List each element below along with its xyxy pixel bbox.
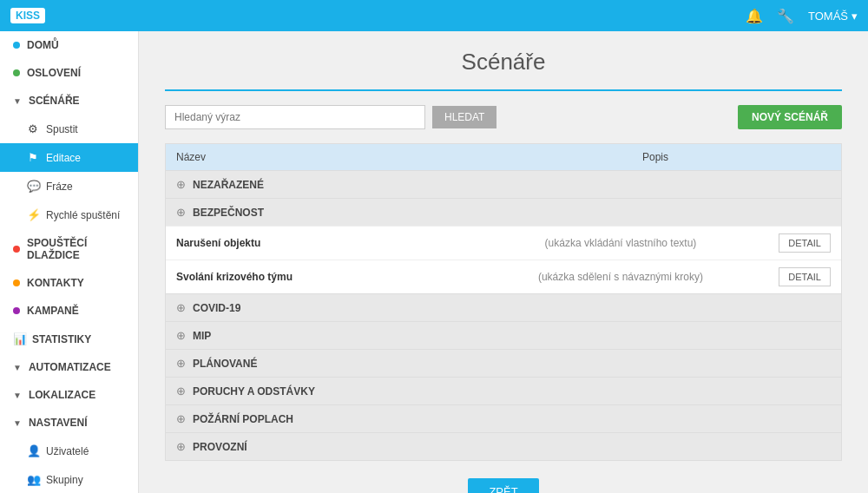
layout: DOMŮ OSLOVENÍ ▼ SCÉNÁŘE ⚙ Spustit ⚑ Edit… [0, 31, 868, 493]
sidebar-item-scenare-label: SCÉNÁŘE [29, 95, 80, 107]
detail-button-naruseni[interactable]: DETAIL [779, 233, 831, 253]
scenare-arrow-icon: ▼ [13, 96, 22, 106]
bolt-icon: ⚡ [27, 208, 39, 221]
bar-chart-icon: 📊 [13, 332, 25, 345]
users-icon: 👥 [27, 473, 39, 486]
category-label-pozarni: POŽÁRNÍ POPLACH [193, 413, 293, 425]
sidebar-item-rychle-spusteni[interactable]: ⚡ Rychlé spuštění [0, 200, 138, 229]
bell-icon[interactable]: 🔔 [746, 8, 763, 24]
sidebar-item-spustit-label: Spustit [46, 123, 78, 135]
row-desc-naruseni: (ukázka vkládání vlastního textu) [480, 237, 761, 249]
user-menu[interactable]: TOMÁŠ ▾ [808, 10, 858, 23]
sidebar-item-editace[interactable]: ⚑ Editace [0, 143, 138, 172]
category-covid19[interactable]: ⊕ COVID-19 [166, 293, 841, 321]
category-poruchy[interactable]: ⊕ PORUCHY A ODSTÁVKY [166, 377, 841, 404]
sidebar-collapse-handle[interactable] [138, 262, 139, 288]
sidebar-item-nastaveni-label: NASTAVENÍ [29, 417, 88, 429]
row-name-svolani: Svolání krizového týmu [176, 271, 480, 283]
sidebar-item-fraze-label: Fráze [46, 181, 73, 193]
category-icon-provozni: ⊕ [176, 440, 186, 453]
col-header-name: Název [176, 151, 480, 163]
category-icon-bezpecnost: ⊕ [176, 206, 186, 219]
sidebar-item-kontakty-label: KONTAKTY [27, 277, 84, 289]
row-action-svolani: DETAIL [761, 267, 831, 286]
topbar: KISS 🔔 🔧 TOMÁŠ ▾ [0, 0, 868, 31]
category-label-bezpecnost: BEZPEČNOST [193, 207, 264, 219]
row-name-naruseni: Narušení objektu [176, 237, 480, 249]
osloveni-dot [13, 69, 20, 76]
sidebar-item-fraze[interactable]: 💬 Fráze [0, 172, 138, 200]
category-mip[interactable]: ⊕ MIP [166, 321, 841, 349]
gear-icon: ⚙ [27, 122, 39, 135]
main-content: Scénáře HLEDAT NOVÝ SCÉNÁŘ Název Popis ⊕… [139, 31, 868, 493]
automatizace-arrow-icon: ▼ [13, 363, 22, 372]
category-planovane[interactable]: ⊕ PLÁNOVANÉ [166, 349, 841, 377]
category-label-poruchy: PORUCHY A ODSTÁVKY [193, 385, 315, 398]
kampane-dot [13, 307, 20, 314]
sidebar-item-osloveni-label: OSLOVENÍ [27, 67, 81, 79]
sidebar-item-kampane-label: KAMPANĚ [27, 305, 79, 317]
sidebar-item-lokalizace-label: LOKALIZACE [29, 389, 95, 401]
sidebar-item-osloveni[interactable]: OSLOVENÍ [0, 59, 138, 87]
search-input[interactable] [165, 105, 425, 129]
user-arrow-icon: ▾ [852, 10, 858, 23]
sidebar-item-automatizace[interactable]: ▼ AUTOMATIZACE [0, 353, 138, 381]
flag-icon: ⚑ [27, 151, 39, 164]
category-label-provozni: PROVOZNÍ [193, 441, 247, 453]
category-nezarazene[interactable]: ⊕ NEZAŘAZENÉ [166, 170, 841, 198]
sidebar-item-skupiny[interactable]: 👥 Skupiny [0, 465, 138, 493]
sidebar-item-lokalizace[interactable]: ▼ LOKALIZACE [0, 381, 138, 409]
user-icon: 👤 [27, 444, 39, 457]
row-desc-svolani: (ukázka sdělení s návaznými kroky) [480, 271, 761, 283]
category-icon-nezarazene: ⊕ [176, 178, 186, 191]
category-label-nezarazene: NEZAŘAZENÉ [193, 179, 264, 191]
category-label-planovane: PLÁNOVANÉ [193, 358, 257, 370]
category-provozni[interactable]: ⊕ PROVOZNÍ [166, 432, 841, 460]
table-row: Narušení objektu (ukázka vkládání vlastn… [166, 226, 841, 260]
category-bezpecnost[interactable]: ⊕ BEZPEČNOST [166, 198, 841, 226]
row-action-naruseni: DETAIL [761, 233, 831, 253]
search-button[interactable]: HLEDAT [432, 106, 496, 128]
sidebar-item-skupiny-label: Skupiny [46, 474, 83, 486]
back-button[interactable]: ZPĚT [468, 478, 538, 493]
sidebar-item-kampane[interactable]: KAMPANĚ [0, 297, 138, 325]
top-right-controls: 🔔 🔧 TOMÁŠ ▾ [746, 8, 858, 24]
lokalizace-arrow-icon: ▼ [13, 391, 22, 400]
sidebar-item-editace-label: Editace [46, 152, 81, 164]
table-row: Svolání krizového týmu (ukázka sdělení s… [166, 260, 841, 293]
sidebar-item-domu-label: DOMŮ [27, 39, 59, 51]
page-title: Scénáře [165, 49, 842, 76]
sidebar-item-uzivatele[interactable]: 👤 Uživatelé [0, 437, 138, 465]
category-icon-mip: ⊕ [176, 329, 186, 342]
sidebar-item-spousteci-dlazdice[interactable]: SPOUŠTĚCÍ DLAŽDICE [0, 229, 138, 269]
category-label-mip: MIP [193, 330, 211, 342]
sidebar-item-domu[interactable]: DOMŮ [0, 31, 138, 59]
sidebar-item-spustit[interactable]: ⚙ Spustit [0, 115, 138, 143]
new-scenario-button[interactable]: NOVÝ SCÉNÁŘ [738, 105, 842, 129]
sidebar: DOMŮ OSLOVENÍ ▼ SCÉNÁŘE ⚙ Spustit ⚑ Edit… [0, 31, 139, 493]
nastaveni-arrow-icon: ▼ [13, 418, 22, 428]
category-pozarni-poplach[interactable]: ⊕ POŽÁRNÍ POPLACH [166, 404, 841, 432]
sidebar-item-rychle-spusteni-label: Rychlé spuštění [46, 209, 120, 221]
category-label-covid19: COVID-19 [193, 302, 240, 314]
sidebar-item-statistiky-label: STATISTIKY [32, 333, 91, 345]
sidebar-item-kontakty[interactable]: KONTAKTY [0, 269, 138, 297]
category-icon-covid19: ⊕ [176, 301, 186, 314]
sidebar-item-spousteci-label: SPOUŠTĚCÍ DLAŽDICE [27, 237, 128, 261]
col-header-desc: Popis [480, 151, 831, 163]
category-icon-pozarni: ⊕ [176, 412, 186, 425]
comment-icon: 💬 [27, 180, 39, 193]
scenarios-table: Název Popis ⊕ NEZAŘAZENÉ ⊕ BEZPEČNOST Na… [165, 143, 842, 461]
domu-dot [13, 42, 20, 49]
detail-button-svolani[interactable]: DETAIL [779, 267, 831, 286]
search-bar: HLEDAT NOVÝ SCÉNÁŘ [165, 105, 842, 129]
back-button-container: ZPĚT [165, 478, 842, 493]
wrench-icon[interactable]: 🔧 [777, 8, 794, 24]
sidebar-item-scenare[interactable]: ▼ SCÉNÁŘE [0, 87, 138, 115]
category-icon-planovane: ⊕ [176, 357, 186, 370]
table-header: Název Popis [166, 144, 841, 170]
sidebar-item-nastaveni[interactable]: ▼ NASTAVENÍ [0, 409, 138, 437]
logo: KISS [10, 8, 45, 23]
sidebar-item-automatizace-label: AUTOMATIZACE [29, 361, 111, 373]
sidebar-item-statistiky[interactable]: 📊 STATISTIKY [0, 325, 138, 353]
